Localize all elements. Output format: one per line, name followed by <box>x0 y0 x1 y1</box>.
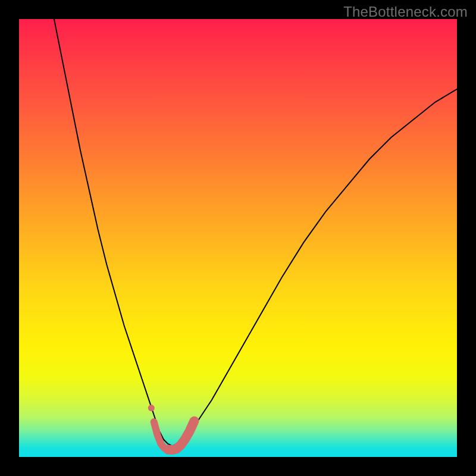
chart-plot-area <box>19 19 457 457</box>
chart-frame: TheBottleneck.com <box>0 0 476 476</box>
watermark-text: TheBottleneck.com <box>343 4 468 20</box>
minimum-highlight-right <box>168 421 194 450</box>
main-curve <box>54 19 457 446</box>
chart-svg <box>19 19 457 457</box>
minimum-highlight-dot <box>148 405 155 411</box>
